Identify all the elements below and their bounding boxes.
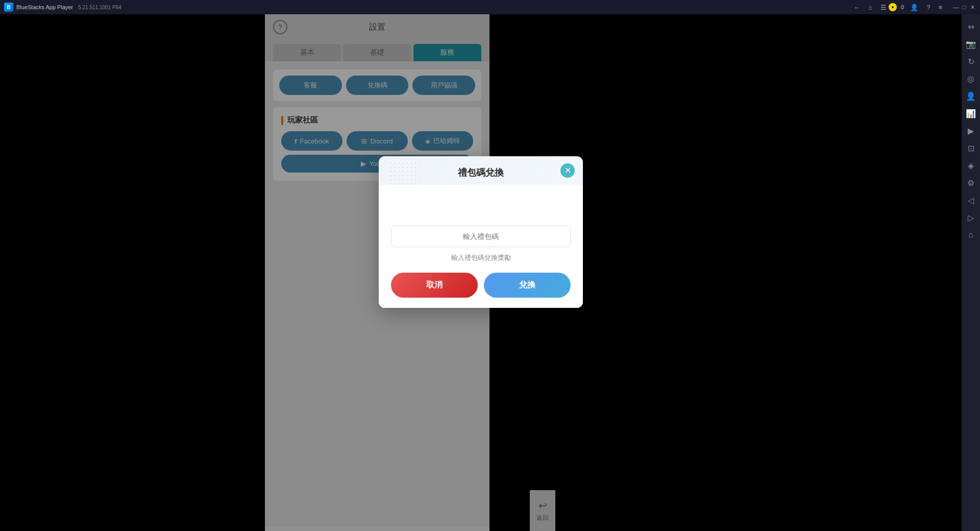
sidebar-settings-icon[interactable]: ⚙ <box>963 175 979 191</box>
dialog-title: 禮包碼兌換 <box>458 166 504 179</box>
sidebar-chart-icon[interactable]: 📊 <box>963 105 979 122</box>
app-title: BlueStacks App Player <box>16 4 73 10</box>
gift-code-input[interactable] <box>391 226 571 247</box>
nav-home-btn[interactable]: ⌂ <box>866 3 874 12</box>
sidebar-location-icon[interactable]: ◎ <box>963 70 979 87</box>
sidebar-screenshot-icon[interactable]: 📷 <box>963 36 979 52</box>
redeem-btn[interactable]: 兌換 <box>484 273 571 298</box>
coin-icon: ● <box>889 3 897 11</box>
minimize-btn[interactable]: — <box>952 4 960 11</box>
app-icon: B <box>4 3 13 12</box>
sidebar-video-icon[interactable]: ▶ <box>963 123 979 139</box>
profile-icon[interactable]: 👤 <box>908 3 920 12</box>
right-sidebar: ⇔ 📷 ↻ ◎ 👤 📊 ▶ ⊡ ◈ ⚙ ◁ ▷ ⌂ <box>962 14 980 531</box>
sidebar-fps-icon[interactable]: ◈ <box>963 157 979 174</box>
maximize-btn[interactable]: □ <box>961 4 968 11</box>
sidebar-expand-icon[interactable]: ⇔ <box>963 18 979 35</box>
titlebar-actions: ● 0 👤 ? ≡ <box>889 3 944 12</box>
sidebar-scroll-left-icon[interactable]: ◁ <box>963 192 979 208</box>
modal-overlay: 禮包碼兌換 ✕ 輸入禮包碼兌換獎勵 取消 兌換 <box>0 14 962 531</box>
nav-back-btn[interactable]: ← <box>851 3 862 12</box>
sidebar-resize-icon[interactable]: ⊡ <box>963 140 979 156</box>
window-controls: — □ ✕ <box>952 4 976 11</box>
close-btn[interactable]: ✕ <box>969 4 976 11</box>
sidebar-profile-icon[interactable]: 👤 <box>963 88 979 104</box>
dialog-action-buttons: 取消 兌換 <box>391 273 571 298</box>
dialog-hint: 輸入禮包碼兌換獎勵 <box>391 253 571 262</box>
help-btn[interactable]: ? <box>924 3 932 12</box>
app-area: ? 設置 基本 基礎 服務 客服 兌換碼 用戶協議 玩家社區 <box>0 14 962 531</box>
app-logo: B BlueStacks App Player 5.21.511.1001 P6… <box>4 3 851 12</box>
sidebar-scroll-right-icon[interactable]: ▷ <box>963 209 979 226</box>
dialog-close-btn[interactable]: ✕ <box>560 163 575 178</box>
menu-btn[interactable]: ≡ <box>936 3 944 12</box>
nav-buttons: ← ⌂ ☰ <box>851 3 889 12</box>
app-version: 5.21.511.1001 P64 <box>78 5 121 10</box>
dialog-header: 禮包碼兌換 ✕ <box>379 156 583 185</box>
cancel-btn[interactable]: 取消 <box>391 273 478 298</box>
nav-bookmark-btn[interactable]: ☰ <box>878 3 889 12</box>
dialog-body: 輸入禮包碼兌換獎勵 取消 兌換 <box>379 185 583 308</box>
redeem-dialog: 禮包碼兌換 ✕ 輸入禮包碼兌換獎勵 取消 兌換 <box>379 156 583 308</box>
sidebar-home-icon[interactable]: ⌂ <box>963 227 979 243</box>
dialog-image-area <box>391 189 571 220</box>
sidebar-refresh-icon[interactable]: ↻ <box>963 53 979 69</box>
coin-count: 0 <box>901 4 904 10</box>
titlebar: B BlueStacks App Player 5.21.511.1001 P6… <box>0 0 980 14</box>
